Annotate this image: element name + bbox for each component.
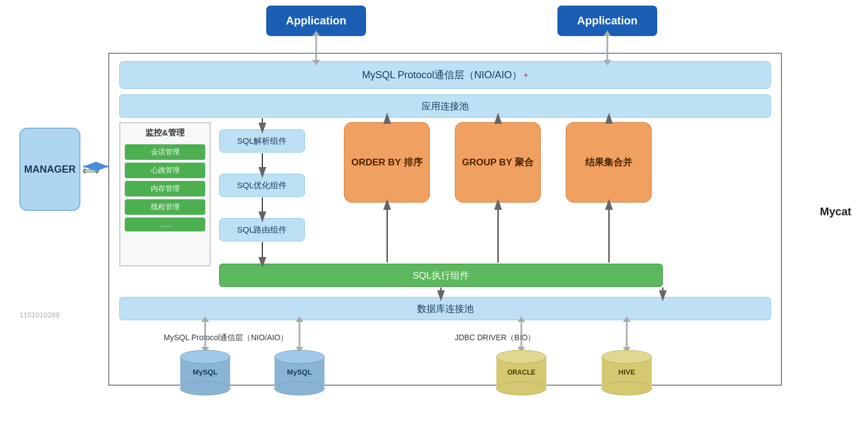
sql-optimize-box: SQL优化组件 xyxy=(219,174,305,197)
monitor-item-heartbeat: 心跳管理 xyxy=(125,163,205,178)
bottom-protocol-left: MySQL Protocol通信层（NIO/AIO） xyxy=(164,333,288,343)
protocol-top-bar: MySQL Protocol通信层（NIO/AIO） + xyxy=(119,61,771,89)
sql-route-box: SQL路由组件 xyxy=(219,218,305,241)
monitor-item-session: 会话管理 xyxy=(125,144,205,160)
group-by-label: GROUP BY 聚合 xyxy=(462,156,534,169)
bottom-mysql-protocol-label: MySQL Protocol通信层（NIO/AIO） xyxy=(164,333,288,342)
plus-marker: + xyxy=(524,70,528,79)
order-by-box: ORDER BY 排序 xyxy=(344,122,430,203)
app-right-label: Application xyxy=(577,14,638,27)
app-pool-bar: 应用连接池 xyxy=(119,94,771,118)
diagram-container: Application Application MANAGER ⟺ Mycat … xyxy=(0,0,868,444)
sql-exec-label: SQL执行组件 xyxy=(413,269,469,282)
app-box-left: Application xyxy=(266,6,366,36)
db-pool-bar: 数据库连接池 xyxy=(119,297,771,320)
db-pool-label: 数据库连接池 xyxy=(417,302,474,315)
result-merge-box: 结果集合并 xyxy=(566,122,652,203)
manager-label: MANAGER xyxy=(24,164,76,175)
sql-parse-label: SQL解析组件 xyxy=(237,136,287,147)
watermark: 1151010289 xyxy=(19,311,59,319)
monitor-item-more: ...... xyxy=(125,218,205,231)
manager-arrow: ⟺ xyxy=(82,164,100,178)
sql-route-label: SQL路由组件 xyxy=(237,225,287,235)
protocol-top-label: MySQL Protocol通信层（NIO/AIO） xyxy=(362,68,522,82)
monitor-item-memory: 内存管理 xyxy=(125,181,205,196)
manager-box: MANAGER xyxy=(19,128,80,211)
sql-parse-box: SQL解析组件 xyxy=(219,129,305,153)
sql-exec-bar: SQL执行组件 xyxy=(219,264,663,287)
app-box-right: Application xyxy=(557,6,657,36)
app-left-label: Application xyxy=(286,14,347,27)
bottom-jdbc-label: JDBC DRIVER（BIO） xyxy=(455,333,535,342)
monitor-item-thread: 线程管理 xyxy=(125,199,205,215)
sql-optimize-label: SQL优化组件 xyxy=(237,180,287,191)
result-merge-label: 结果集合并 xyxy=(585,156,632,169)
group-by-box: GROUP BY 聚合 xyxy=(455,122,541,203)
app-pool-label: 应用连接池 xyxy=(422,100,469,113)
bottom-protocol-right: JDBC DRIVER（BIO） xyxy=(455,333,535,343)
order-by-label: ORDER BY 排序 xyxy=(351,156,422,169)
monitor-section: 监控&管理 会话管理 心跳管理 内存管理 线程管理 ...... xyxy=(119,122,211,266)
mycat-label: Mycat xyxy=(820,205,851,218)
monitor-title: 监控&管理 xyxy=(120,123,210,142)
